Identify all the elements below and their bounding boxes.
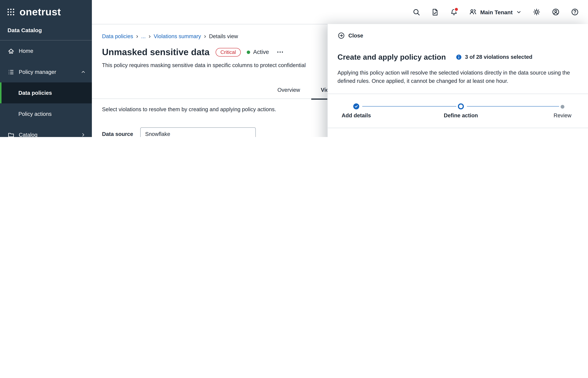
step-connector: [467, 106, 559, 107]
app-window: onetrust Data Catalog Home Policy manage…: [0, 0, 588, 137]
stepper: Add details Define action Review: [328, 99, 588, 123]
notifications-bell-icon[interactable]: [450, 8, 458, 16]
sidebar-item-policy-actions[interactable]: Policy actions: [0, 103, 92, 124]
drawer-description: Applying this policy action will resolve…: [338, 68, 572, 85]
step-label-review: Review: [542, 112, 584, 118]
status-label: Active: [253, 49, 269, 55]
drawer-title: Create and apply policy action: [338, 53, 446, 61]
home-icon: [7, 47, 14, 54]
account-icon[interactable]: [552, 8, 560, 16]
sidebar-item-home[interactable]: Home: [0, 40, 92, 61]
breadcrumb-separator: [149, 33, 151, 40]
step-active-icon: [458, 103, 464, 109]
page-title: Unmasked sensitive data: [102, 47, 209, 57]
data-source-input[interactable]: [140, 127, 256, 137]
notification-badge: [454, 7, 459, 11]
chevron-right-icon: [81, 132, 86, 137]
tenant-selector[interactable]: Main Tenant: [469, 8, 522, 16]
selection-summary-text: 3 of 28 violations selected: [465, 54, 532, 60]
selection-summary: 3 of 28 violations selected: [456, 54, 532, 60]
policy-action-drawer: Close Create and apply policy action 3 o…: [328, 24, 588, 137]
drawer-close-button[interactable]: Close: [328, 24, 588, 39]
status-indicator: Active: [247, 49, 269, 55]
tab-overview[interactable]: Overview: [272, 82, 306, 98]
close-arrow-icon: [338, 32, 345, 39]
step-label-define-action: Define action: [433, 112, 489, 118]
step-upcoming-icon: [561, 105, 564, 109]
logo-wordmark: onetrust: [19, 6, 61, 18]
policy-manager-icon: [7, 68, 14, 75]
sidebar-item-data-policies[interactable]: Data policies: [0, 82, 92, 103]
sidebar-item-label: Catalog: [19, 132, 38, 137]
data-source-label: Data source: [102, 131, 140, 137]
breadcrumb-current: Details view: [209, 33, 238, 39]
sidebar-item-label: Policy actions: [18, 111, 52, 117]
users-icon: [469, 8, 477, 16]
breadcrumb-ellipsis[interactable]: ...: [141, 33, 145, 39]
app-switcher-icon[interactable]: [7, 8, 15, 16]
define-action-section: Define action Set the rules that will be…: [328, 128, 588, 137]
severity-badge: Critical: [215, 48, 241, 56]
product-name: Data Catalog: [0, 24, 92, 40]
sidebar-item-catalog[interactable]: Catalog: [0, 124, 92, 137]
tenant-label: Main Tenant: [480, 9, 513, 15]
step-label-add-details: Add details: [328, 112, 385, 118]
chevron-up-icon: [81, 69, 86, 75]
folder-icon: [7, 131, 14, 137]
drawer-title-row: Create and apply policy action 3 of 28 v…: [338, 52, 579, 62]
step-connector: [362, 106, 456, 107]
step-complete-icon: [353, 103, 359, 109]
sidebar-item-policy-manager[interactable]: Policy manager: [0, 61, 92, 82]
breadcrumb-separator: [204, 33, 206, 40]
sidebar-item-label: Policy manager: [19, 69, 56, 75]
breadcrumb-violations-summary[interactable]: Violations summary: [154, 33, 201, 39]
info-icon: [456, 54, 462, 60]
topbar-actions: Main Tenant: [412, 0, 588, 24]
divider: [328, 94, 588, 94]
chevron-down-icon: [516, 9, 522, 15]
app-logo: onetrust: [0, 0, 92, 24]
topbar: Main Tenant: [92, 0, 588, 24]
status-dot: [247, 50, 250, 54]
drawer-close-label: Close: [348, 33, 363, 39]
sidebar: onetrust Data Catalog Home Policy manage…: [0, 0, 92, 137]
sidebar-nav: Home Policy manager Data policies Policy…: [0, 40, 92, 137]
search-icon[interactable]: [412, 8, 420, 16]
breadcrumb-data-policies[interactable]: Data policies: [102, 33, 133, 39]
help-icon[interactable]: [571, 8, 579, 16]
settings-gear-icon[interactable]: [532, 8, 541, 16]
breadcrumb-separator: [136, 33, 138, 40]
sidebar-item-label: Home: [19, 48, 33, 54]
more-actions-icon[interactable]: [276, 48, 284, 56]
sidebar-item-label: Data policies: [18, 90, 52, 96]
document-check-icon[interactable]: [431, 8, 439, 16]
